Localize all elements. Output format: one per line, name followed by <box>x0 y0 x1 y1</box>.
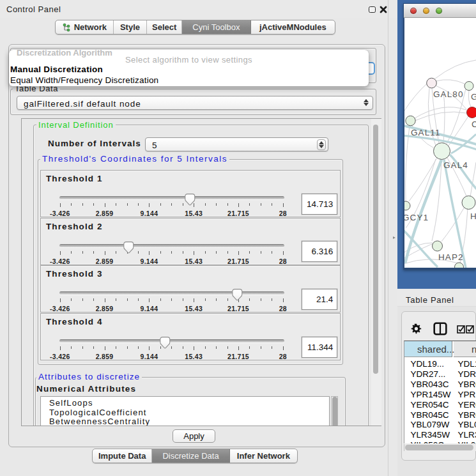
svg-text:G.: G. <box>471 92 476 102</box>
svg-text:GAL11: GAL11 <box>411 128 441 137</box>
svg-text:H: H <box>470 211 476 221</box>
svg-text:GAL80: GAL80 <box>433 89 464 99</box>
svg-text:HAP2: HAP2 <box>438 252 464 262</box>
svg-text:GCY1: GCY1 <box>404 213 429 222</box>
svg-text:C: C <box>472 119 476 129</box>
svg-text:GAL4: GAL4 <box>443 160 468 170</box>
